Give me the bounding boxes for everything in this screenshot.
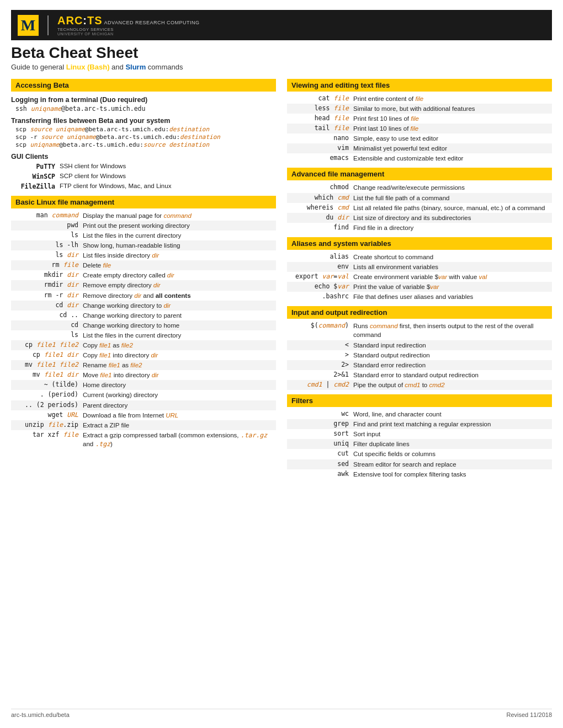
cmd-pipe-var2: cmd2 bbox=[333, 381, 349, 388]
cmd-mkdir-var: dir bbox=[67, 271, 78, 279]
ssh-suffix: @beta.arc-ts.umich.edu bbox=[61, 105, 145, 113]
cmd-mv-f1-f2: mv file1 file2 Rename file1 as file2 bbox=[11, 360, 276, 370]
cmd-cd-home: cd Change working directory to home bbox=[11, 320, 276, 330]
section-accessing-beta: Accessing Beta bbox=[11, 79, 276, 92]
cmd-less-cmd: less file bbox=[287, 104, 353, 112]
cmd-stdin-cmd: < bbox=[287, 341, 353, 349]
cmd-bashrc-cmd: .bashrc bbox=[287, 292, 353, 300]
cmd-period: . (period) Current (working) directory bbox=[11, 390, 276, 400]
cmd-chmod: chmod Change read/write/execute permissi… bbox=[287, 183, 552, 192]
cmd-ls-dir-var: dir bbox=[67, 251, 78, 259]
cmd-cp-f1d-desc-var: file1 bbox=[99, 352, 111, 358]
cmd-whereis-cmd: whereis cmd bbox=[287, 204, 353, 211]
cmd-tar-desc: Extract a gzip compressed tarball (commo… bbox=[83, 431, 276, 448]
cmd-sort-desc: Sort input bbox=[353, 430, 552, 438]
cmd-sed-cmd: sed bbox=[287, 460, 353, 468]
cmd-mv-f2-var: file2 bbox=[59, 361, 78, 368]
cmd-cat-var: file bbox=[333, 94, 349, 102]
cmd-alias-desc: Create shortcut to command bbox=[353, 253, 552, 261]
scp1-mid: @beta.arc-ts.umich.edu: bbox=[85, 126, 169, 133]
gui-winscp-name: WinSCP bbox=[15, 173, 60, 180]
cmd-stdout-desc: Standard output redirection bbox=[353, 351, 552, 360]
cmd-rm-desc-var: file bbox=[103, 262, 111, 269]
cmd-mv-f1-dir: mv file1 dir Move file1 into directory d… bbox=[11, 370, 276, 380]
cmd-mv-f1-var: file1 bbox=[36, 361, 56, 368]
cmd-stdin-desc: Standard input redirection bbox=[353, 341, 552, 350]
cmd-subshell: $(command) Runs command first, then inse… bbox=[287, 321, 552, 340]
cmd-rmdir: rmdir dir Remove empty directory dir bbox=[11, 280, 276, 290]
logo-m: M bbox=[18, 15, 39, 36]
section-aliases: Aliases and system variables bbox=[287, 237, 552, 250]
two-col-layout: Accessing Beta Logging in from a termina… bbox=[11, 74, 552, 703]
footer-url: arc-ts.umich.edu/beta bbox=[11, 711, 70, 718]
cmd-rm-r-desc-var: dir bbox=[134, 292, 141, 299]
cmd-find-desc: Find file in a directory bbox=[353, 223, 552, 232]
gui-putty-desc: SSH client for Windows bbox=[60, 163, 126, 170]
cmd-grep: grep Find and print text matching a regu… bbox=[287, 419, 552, 429]
cmd-cd-parent-desc: Change working directory to parent bbox=[83, 311, 276, 320]
cmd-mv-f1d-desc-var: file1 bbox=[100, 372, 111, 378]
cmd-cd-dir-cmd: cd dir bbox=[11, 301, 83, 309]
cmd-tar-cmd: tar xzf file bbox=[11, 431, 83, 438]
cmd-vim-desc: Minimalist yet powerful text editor bbox=[353, 144, 552, 153]
cmd-subshell-var: command bbox=[318, 322, 345, 329]
cmd-sort-cmd: sort bbox=[287, 430, 353, 437]
cmd-nano-cmd: nano bbox=[287, 134, 353, 142]
cmd-wget-cmd: wget URL bbox=[11, 411, 83, 419]
cmd-ls-lh: ls -lh Show long, human-readable listing bbox=[11, 240, 276, 250]
cmd-ls-lh-cmd: ls -lh bbox=[11, 241, 83, 249]
cmd-man-cmd: man command bbox=[11, 211, 83, 219]
cmd-ls: ls List the files in the current directo… bbox=[11, 231, 276, 240]
scp3-prefix: scp bbox=[15, 141, 30, 148]
cmd-wget-desc: Download a file from Internet URL bbox=[83, 411, 276, 420]
cmd-stderr-stdout-desc: Standard error to standard output redire… bbox=[353, 371, 552, 379]
cmd-head: head file Print first 10 lines of file bbox=[287, 114, 552, 124]
header-bar: M ARC:TS ADVANCED RESEARCH COMPUTING TEC… bbox=[11, 10, 552, 40]
cmd-mv-f1-dir-desc: Move file1 into directory dir bbox=[83, 371, 276, 379]
cmd-alias-cmd: alias bbox=[287, 253, 353, 260]
scp2-var1: source uniqname bbox=[41, 133, 95, 141]
cmd-pipe-desc: Pipe the output of cmd1 to cmd2 bbox=[353, 381, 552, 389]
cmd-head-desc-var: file bbox=[411, 115, 419, 122]
scp-line-1: scp source uniqname@beta.arc-ts.umich.ed… bbox=[15, 126, 276, 133]
cmd-which-cmd: which cmd bbox=[287, 194, 353, 201]
cmd-find-cmd: find bbox=[287, 223, 353, 231]
logo-advanced: ADVANCED RESEARCH COMPUTING bbox=[104, 20, 200, 25]
cmd-mv-dir-var: dir bbox=[67, 371, 78, 378]
cmd-cp-f1-f2: cp file1 file2 Copy file1 as file2 bbox=[11, 340, 276, 350]
cmd-cut-cmd: cut bbox=[287, 449, 353, 457]
gui-winscp: WinSCP SCP client for Windows bbox=[15, 172, 276, 181]
cmd-sed-desc: Stream editor for search and replace bbox=[353, 460, 552, 469]
cmd-rm-r-cmd: rm -r dir bbox=[11, 291, 83, 299]
cmd-2periods-cmd: .. (2 periods) bbox=[11, 401, 83, 409]
cmd-mv-f1-f2-cmd: mv file1 file2 bbox=[11, 361, 83, 368]
cmd-cd-home-cmd: cd bbox=[11, 321, 83, 329]
cmd-cp-f1-dir-cmd: cp file1 dir bbox=[11, 351, 83, 358]
cmd-rm-r-var: dir bbox=[67, 291, 78, 299]
cmd-tar: tar xzf file Extract a gzip compressed t… bbox=[11, 430, 276, 449]
cmd-pipe-var1: cmd1 bbox=[307, 381, 322, 388]
cmd-pipe-desc-var1: cmd1 bbox=[405, 382, 420, 388]
ssh-uniqname: uniqname bbox=[31, 105, 61, 113]
cmd-cut-desc: Cut specific fields or columns bbox=[353, 449, 552, 458]
scp3-var1: uniqname bbox=[30, 141, 60, 148]
cmd-mv-f1d-var: file1 bbox=[44, 371, 63, 378]
scp1-var1: source uniqname bbox=[30, 126, 85, 133]
cmd-tilde-desc: Home directory bbox=[83, 381, 276, 389]
section-basic-linux: Basic Linux file management bbox=[11, 196, 276, 208]
login-command: ssh uniqname@beta.arc-ts.umich.edu bbox=[15, 105, 276, 113]
cmd-period-desc: Current (working) directory bbox=[83, 390, 276, 399]
cmd-period-cmd: . (period) bbox=[11, 390, 83, 398]
subtitle-bash: Linux (Bash) bbox=[66, 63, 110, 71]
cmd-export-var2: val bbox=[337, 272, 349, 280]
left-column: Accessing Beta Logging in from a termina… bbox=[11, 74, 276, 703]
cmd-ls-dir-desc: List files inside directory dir bbox=[83, 251, 276, 260]
cmd-unzip-cmd: unzip file.zip bbox=[11, 421, 83, 429]
cmd-cd-parent-cmd: cd .. bbox=[11, 311, 83, 319]
cmd-cd-dir-desc-var: dir bbox=[163, 302, 171, 309]
cmd-subshell-desc: Runs command first, then inserts output … bbox=[353, 322, 552, 339]
cmd-cat-cmd: cat file bbox=[287, 94, 353, 102]
cmd-subshell-desc-var: command bbox=[370, 323, 398, 329]
cmd-2periods: .. (2 periods) Parent directory bbox=[11, 400, 276, 410]
cmd-tar-var: file bbox=[63, 431, 78, 438]
